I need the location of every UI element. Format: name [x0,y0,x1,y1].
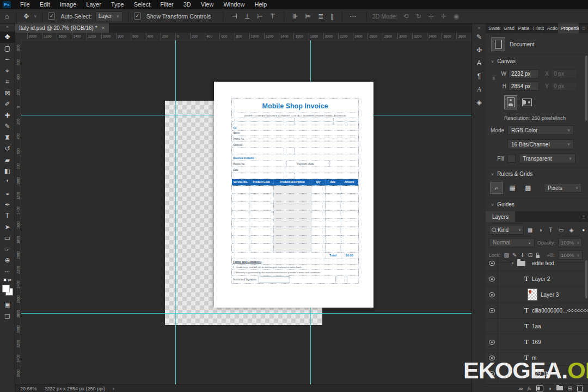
new-layer-icon[interactable]: ⊞ [568,385,572,391]
align-left-edges-icon[interactable]: ⊣ [230,13,238,20]
foreground-color-swatch[interactable] [2,285,10,292]
filter-pixel-layers-icon[interactable]: ▩ [526,225,534,234]
landscape-orientation-button[interactable] [520,95,534,109]
3d-roll-icon[interactable]: ↻ [414,13,423,20]
character-panel-icon[interactable]: A [472,57,486,70]
panel-tab[interactable]: Swatc [486,23,501,33]
3d-panel-icon[interactable]: ◈ [472,96,486,109]
frame-tool[interactable]: ⊠ [0,88,15,99]
portrait-orientation-button[interactable] [504,95,517,109]
panel-tab[interactable]: Histo [530,23,544,33]
layer-name[interactable]: 169 [532,339,541,345]
healing-brush-tool[interactable]: ✚ [0,110,15,121]
quick-mask-icon[interactable]: ▣ [0,301,15,308]
grid-toggle-icon[interactable]: ▦ [506,182,519,194]
status-chevron-icon[interactable]: › [113,386,114,391]
canvas-viewport[interactable]: Mobile Shop Invoice [INSERT COMPANY ADDR… [21,40,471,384]
auto-select-checkbox[interactable]: ✓ [48,13,55,20]
eyedropper-tool[interactable]: ✐ [0,99,15,110]
adjustment-layer-icon[interactable]: ◑ [548,385,552,391]
auto-select-target-dropdown[interactable]: Layer ∨ [95,11,122,21]
menu-item[interactable]: Layer [81,0,106,9]
blur-tool[interactable]: ❜ [0,177,15,188]
expand-panels-icon[interactable]: « [472,23,486,30]
width-field[interactable]: 2232 px [509,69,539,78]
layers-panel-menu-icon[interactable]: ≡ [579,211,588,222]
brush-settings-panel-icon[interactable]: ✎ [472,30,486,44]
menu-item[interactable]: Edit [35,0,55,9]
layer-filter-dropdown[interactable]: Kind ∨ [489,225,524,235]
marquee-tool[interactable]: ▢ [0,43,15,54]
properties-scrollbar[interactable] [585,56,587,121]
height-field[interactable]: 2854 px [509,82,539,91]
align-top-edges-icon[interactable]: ⊤ [268,13,277,20]
pixel-grid-toggle-icon[interactable]: ▩ [522,182,535,194]
guides-section-header[interactable]: ∨ Guides [486,198,588,209]
layers-scrollbar[interactable] [585,260,587,298]
glyphs-panel-icon[interactable]: A [472,83,486,96]
edit-toolbar-icon[interactable]: ⋯ [0,268,15,274]
chevron-down-icon[interactable]: ∨ [34,14,36,19]
brush-tool[interactable]: ✎ [0,121,15,132]
menu-item[interactable]: Image [55,0,82,9]
layer-row[interactable]: ∨ Layer 2 [486,271,588,287]
delete-layer-icon[interactable] [577,387,583,392]
3d-orbit-icon[interactable]: ⟲ [402,13,411,20]
color-mode-dropdown[interactable]: RGB Color ∨ [507,125,574,135]
home-icon[interactable]: ⌂ [3,13,10,20]
zoom-tool[interactable]: ⊕ [0,255,15,266]
history-brush-tool[interactable]: ↺ [0,143,15,155]
move-tool[interactable]: ✥ [0,32,15,43]
zoom-level[interactable]: 20.66% [20,386,37,391]
distribute-spacing-icon[interactable]: ∥ [329,13,335,20]
clone-stamp-tool[interactable]: ♜ [0,132,15,144]
filter-shape-layers-icon[interactable]: ▭ [557,225,565,234]
eye-visibility-toggle[interactable] [486,318,498,334]
layer-name[interactable]: Layer 3 [541,292,559,298]
layer-name[interactable]: cilla0000000...<<<<<<<<0 d [532,308,588,314]
eraser-tool[interactable]: ▰ [0,155,15,166]
layers-tab[interactable]: Layers [486,211,515,222]
show-transform-checkbox[interactable]: ✓ [134,13,141,20]
align-right-edges-icon[interactable]: ⊢ [255,13,264,20]
ruler-units-dropdown[interactable]: Pixels ∨ [544,183,582,193]
distribute-vertical-icon[interactable]: ≣ [316,13,325,20]
rulers-toggle-icon[interactable]: ⌐ [490,182,503,194]
layer-row[interactable]: ∨ cilla0000000...<<<<<<<<0 d [486,303,588,318]
menu-item[interactable]: Type [106,0,129,9]
menu-item[interactable]: Select [129,0,156,9]
path-selection-tool[interactable]: ➤ [0,222,15,233]
menu-item[interactable]: 3D [179,0,196,9]
link-dimensions-icon[interactable]: ∞ [491,76,497,83]
filter-smart-objects-icon[interactable]: ◈ [567,225,575,234]
3d-camera-icon[interactable]: ◉ [452,13,461,20]
pen-tool[interactable]: ✒ [0,199,15,211]
align-bottom-edges-icon[interactable]: ⊪ [291,13,299,20]
document-icon[interactable] [491,37,505,51]
screen-mode-icon[interactable]: ❏ [0,313,15,320]
menu-item[interactable]: View [196,0,219,9]
menu-item[interactable]: Filter [155,0,178,9]
guide-horizontal[interactable] [21,313,471,314]
menu-item[interactable]: Window [218,0,249,9]
close-icon[interactable]: × [102,25,105,31]
panel-tab[interactable]: Patter [515,23,530,33]
filter-type-layers-icon[interactable]: T [547,225,555,234]
layer-effects-icon[interactable]: fx [528,385,531,391]
eye-visibility-toggle[interactable] [486,271,498,286]
fill-dropdown[interactable]: Transparent ∨ [519,154,575,163]
panel-tab[interactable]: Properties [558,23,580,33]
menu-item[interactable]: Help [250,0,272,9]
layer-row[interactable]: ∨ Layer 3 [486,287,588,303]
panel-tab[interactable]: Gradi [501,23,515,33]
horizontal-ruler[interactable]: 2000 1800 1600 1400 1200 1000 800 600 40… [21,33,471,40]
canvas-section-header[interactable]: ∨ Canvas [486,55,588,65]
default-colors-icon[interactable] [3,278,7,281]
link-layers-icon[interactable]: ∞ [519,385,523,391]
new-group-icon[interactable] [556,386,563,390]
caret-icon[interactable]: ∨ [511,261,514,265]
eye-visibility-toggle[interactable] [486,287,498,302]
guide-vertical[interactable] [175,40,176,384]
eye-visibility-toggle[interactable] [486,255,498,271]
filter-toggle-icon[interactable]: ● [582,228,585,232]
